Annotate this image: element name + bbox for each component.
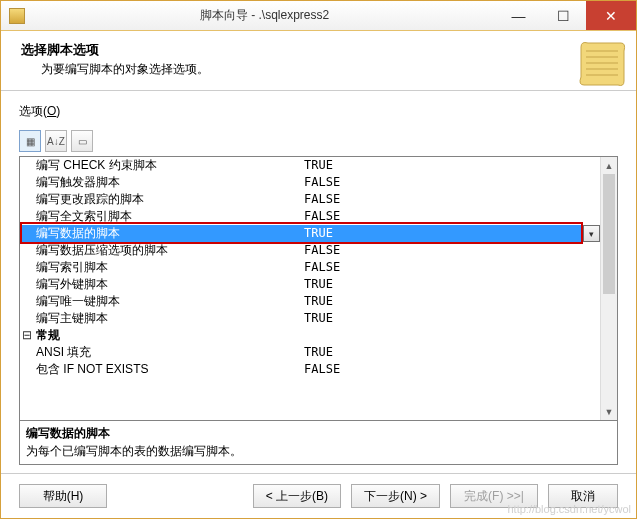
expand-icon[interactable]: ⊟ (20, 327, 34, 344)
description-title: 编写数据的脚本 (26, 425, 611, 442)
value-dropdown-button[interactable]: ▾ (583, 225, 600, 242)
property-value[interactable]: FALSE (298, 361, 617, 378)
help-button[interactable]: 帮助(H) (19, 484, 107, 508)
property-row[interactable]: 编写外键脚本TRUE (20, 276, 617, 293)
property-name: 编写 CHECK 约束脚本 (34, 157, 298, 174)
property-row[interactable]: 编写 CHECK 约束脚本TRUE (20, 157, 617, 174)
page-subtitle: 为要编写脚本的对象选择选项。 (41, 61, 616, 78)
property-value[interactable]: TRUE (298, 310, 617, 327)
property-pages-button[interactable]: ▭ (71, 130, 93, 152)
expand-icon (20, 191, 34, 208)
alphabetical-button[interactable]: A↓Z (45, 130, 67, 152)
property-row[interactable]: 编写数据的脚本TRUE (20, 225, 617, 242)
content-area: 选项(O) ▦ A↓Z ▭ 编写 CHECK 约束脚本TRUE编写触发器脚本FA… (1, 91, 636, 473)
expand-icon (20, 225, 34, 242)
property-name: 包含 IF NOT EXISTS (34, 361, 298, 378)
property-row[interactable]: 编写数据压缩选项的脚本FALSE (20, 242, 617, 259)
expand-icon (20, 361, 34, 378)
app-icon (9, 8, 25, 24)
expand-icon (20, 344, 34, 361)
scroll-icon (576, 39, 626, 89)
property-name: 编写唯一键脚本 (34, 293, 298, 310)
options-label: 选项(O) (19, 103, 618, 120)
page-title: 选择脚本选项 (21, 41, 616, 59)
scroll-down-icon[interactable]: ▼ (601, 403, 617, 420)
property-value[interactable]: FALSE (298, 259, 617, 276)
categorized-button[interactable]: ▦ (19, 130, 41, 152)
property-value[interactable]: TRUE (298, 157, 617, 174)
property-row[interactable]: 编写主键脚本TRUE (20, 310, 617, 327)
property-value[interactable]: TRUE (298, 293, 617, 310)
property-value[interactable]: FALSE (298, 208, 617, 225)
watermark: http://blog.csdn.net/ycwol (507, 503, 631, 515)
property-name: 常规 (34, 327, 298, 344)
titlebar[interactable]: 脚本向导 - .\sqlexpress2 — ☐ ✕ (1, 1, 636, 31)
expand-icon (20, 293, 34, 310)
property-name: 编写数据压缩选项的脚本 (34, 242, 298, 259)
expand-icon (20, 157, 34, 174)
property-value[interactable]: TRUE (298, 225, 617, 242)
back-button[interactable]: < 上一步(B) (253, 484, 341, 508)
property-name: 编写数据的脚本 (34, 225, 298, 242)
grid-toolbar: ▦ A↓Z ▭ (19, 130, 618, 152)
scroll-thumb[interactable] (603, 174, 615, 294)
property-name: 编写全文索引脚本 (34, 208, 298, 225)
minimize-button[interactable]: — (496, 1, 541, 30)
description-text: 为每个已编写脚本的表的数据编写脚本。 (26, 443, 611, 460)
close-button[interactable]: ✕ (586, 1, 636, 30)
expand-icon (20, 242, 34, 259)
property-name: 编写主键脚本 (34, 310, 298, 327)
expand-icon (20, 276, 34, 293)
grid-body[interactable]: 编写 CHECK 约束脚本TRUE编写触发器脚本FALSE编写更改跟踪的脚本FA… (20, 157, 617, 420)
property-name: 编写更改跟踪的脚本 (34, 191, 298, 208)
next-button[interactable]: 下一步(N) > (351, 484, 440, 508)
property-row[interactable]: 编写全文索引脚本FALSE (20, 208, 617, 225)
window-buttons: — ☐ ✕ (496, 1, 636, 30)
header-panel: 选择脚本选项 为要编写脚本的对象选择选项。 (1, 31, 636, 91)
description-panel: 编写数据的脚本 为每个已编写脚本的表的数据编写脚本。 (20, 420, 617, 464)
expand-icon (20, 208, 34, 225)
property-row[interactable]: 编写唯一键脚本TRUE (20, 293, 617, 310)
property-name: 编写外键脚本 (34, 276, 298, 293)
vertical-scrollbar[interactable]: ▲ ▼ (600, 157, 617, 420)
property-name: 编写索引脚本 (34, 259, 298, 276)
property-value[interactable]: FALSE (298, 191, 617, 208)
property-row[interactable]: 包含 IF NOT EXISTSFALSE (20, 361, 617, 378)
maximize-button[interactable]: ☐ (541, 1, 586, 30)
expand-icon (20, 310, 34, 327)
expand-icon (20, 174, 34, 191)
property-row[interactable]: 编写更改跟踪的脚本FALSE (20, 191, 617, 208)
property-row[interactable]: 编写索引脚本FALSE (20, 259, 617, 276)
property-value[interactable]: TRUE (298, 276, 617, 293)
scroll-up-icon[interactable]: ▲ (601, 157, 617, 174)
property-value[interactable]: FALSE (298, 174, 617, 191)
property-row[interactable]: ANSI 填充TRUE (20, 344, 617, 361)
property-grid: 编写 CHECK 约束脚本TRUE编写触发器脚本FALSE编写更改跟踪的脚本FA… (19, 156, 618, 465)
category-row[interactable]: ⊟常规 (20, 327, 617, 344)
property-value[interactable] (298, 327, 617, 344)
wizard-window: 脚本向导 - .\sqlexpress2 — ☐ ✕ 选择脚本选项 为要编写脚本… (0, 0, 637, 519)
property-name: ANSI 填充 (34, 344, 298, 361)
property-name: 编写触发器脚本 (34, 174, 298, 191)
property-value[interactable]: FALSE (298, 242, 617, 259)
property-value[interactable]: TRUE (298, 344, 617, 361)
expand-icon (20, 259, 34, 276)
property-row[interactable]: 编写触发器脚本FALSE (20, 174, 617, 191)
window-title: 脚本向导 - .\sqlexpress2 (33, 7, 496, 24)
